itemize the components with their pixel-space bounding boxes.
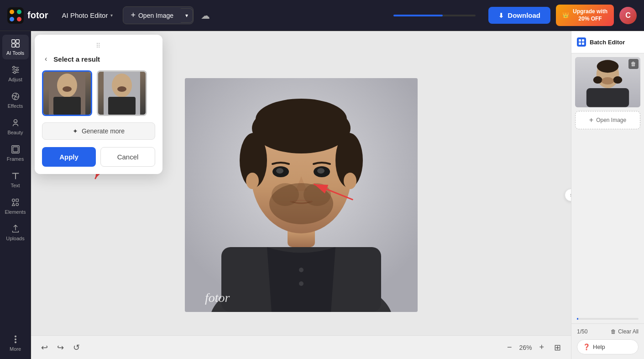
frames-icon [10,144,21,154]
sidebar-label-effects: Effects [8,103,23,109]
svg-point-35 [117,86,126,92]
svg-rect-62 [579,42,581,45]
svg-point-26 [15,339,16,340]
panel-drag-handle[interactable]: ⠿ [42,42,155,49]
svg-rect-70 [586,88,629,107]
progress-bar [393,15,443,16]
batch-editor-label: Batch Editor [590,39,625,46]
generate-more-button[interactable]: ✦ Generate more [42,122,155,140]
split-view-button[interactable]: ⊞ [551,340,564,355]
sidebar-label-more: More [10,346,21,352]
sidebar-item-adjust[interactable]: Adjust [2,61,29,86]
zoom-level: 26% [519,344,532,351]
panel-title: Select a result [53,55,100,63]
svg-point-13 [16,69,18,71]
add-image-label: Open Image [596,117,626,123]
svg-point-66 [597,60,619,73]
svg-point-3 [10,17,14,21]
sidebar-progress-bar [577,318,578,320]
sidebar-image-item-1[interactable]: 🗑 [575,57,640,107]
zoom-out-button[interactable]: − [503,341,516,354]
cancel-button[interactable]: Cancel [100,147,155,167]
result-thumb-1[interactable] [42,70,92,116]
svg-point-29 [57,74,77,97]
help-button[interactable]: ❓ Help [577,339,639,354]
svg-point-2 [17,10,21,14]
upgrade-button[interactable]: 👑 Upgrade with 20% OFF [556,5,614,26]
undo-button[interactable]: ↩ [38,340,51,355]
sidebar-item-effects[interactable]: Effects [2,88,29,112]
generate-more-label: Generate more [82,127,125,135]
trash-icon: 🗑 [611,328,616,335]
sidebar-label-beauty: Beauty [7,130,23,135]
plus-icon-right: + [589,116,593,124]
image-counter: 1/50 [577,328,587,335]
sidebar-item-uploads[interactable]: Uploads [2,220,29,245]
open-image-button[interactable]: + Open Image [123,7,181,24]
sparkle-icon: ✦ [73,127,78,135]
svg-rect-60 [579,39,581,42]
clear-all-button[interactable]: 🗑 Clear All [611,328,639,335]
svg-point-46 [246,173,259,189]
adjust-icon [10,65,21,75]
download-button[interactable]: ⬇ Download [488,7,550,24]
right-sidebar: Batch Editor [571,31,644,359]
open-image-dropdown-button[interactable]: ▾ [181,8,193,23]
svg-rect-61 [582,39,584,42]
svg-rect-7 [11,44,15,47]
clear-all-label: Clear All [618,328,639,335]
svg-rect-5 [11,40,15,43]
svg-rect-0 [7,7,24,24]
result-thumb-2[interactable] [97,70,147,116]
delete-image-button-1[interactable]: 🗑 [628,59,639,69]
svg-point-53 [272,183,299,206]
sidebar-label-text: Text [10,183,20,188]
sidebar-item-beauty[interactable]: Beauty [2,114,29,139]
zoom-in-button[interactable]: + [535,341,548,354]
svg-point-12 [13,66,15,69]
redo-button[interactable]: ↪ [54,340,67,355]
plus-icon: + [131,11,136,20]
panel-header: ‹ Select a result [42,54,155,64]
sidebar-item-more[interactable]: More [2,331,29,355]
ai-tools-icon [10,38,21,48]
svg-point-68 [613,76,622,84]
ai-tools-item-container: AI Tools [2,35,29,59]
panel-actions: Apply Cancel [42,147,155,167]
svg-point-33 [112,74,132,97]
crown-icon: 👑 [562,12,569,19]
svg-point-16 [14,120,17,123]
batch-editor-button[interactable]: Batch Editor [571,31,644,53]
cloud-button[interactable]: ☁ [199,10,210,21]
progress-section [571,314,644,323]
beauty-icon [10,118,21,128]
bottom-tools: ↩ ↪ ↺ [38,340,83,355]
sidebar-item-text[interactable]: Text [2,167,29,192]
canvas-bottom-bar: ↩ ↪ ↺ − 26% + ⊞ [31,335,571,359]
batch-icon [577,37,586,47]
download-label: Download [508,11,540,19]
back-button[interactable]: ‹ [42,54,50,64]
add-image-button[interactable]: + Open Image [575,111,640,129]
svg-point-14 [13,71,16,74]
download-icon: ⬇ [498,12,504,19]
apply-button[interactable]: Apply [42,147,96,167]
svg-point-43 [256,99,347,140]
sidebar-item-ai-tools[interactable]: AI Tools [2,35,29,59]
svg-point-55 [299,268,304,272]
left-sidebar: AI Tools Adjust Effects [0,31,31,359]
collapse-sidebar-button[interactable]: › [565,189,571,201]
sidebar-item-elements[interactable]: Elements [2,194,29,218]
result-thumb-img-1 [43,72,91,115]
main-photo-container: fotor [185,78,418,312]
svg-point-54 [304,183,331,206]
svg-rect-6 [16,40,19,43]
reset-button[interactable]: ↺ [70,340,83,355]
avatar[interactable]: C [619,7,637,24]
svg-point-56 [299,281,304,286]
progress-bar-container [393,15,476,16]
main-layout: AI Tools Adjust Effects [0,31,644,359]
svg-point-67 [593,76,602,84]
ai-photo-editor-button[interactable]: AI Photo Editor ▾ [58,9,118,22]
sidebar-item-frames[interactable]: Frames [2,141,29,165]
